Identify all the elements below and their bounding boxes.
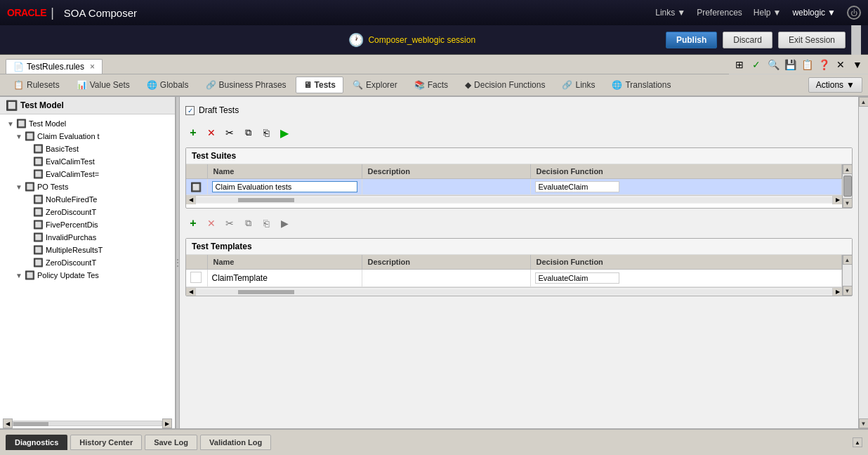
toolbar-save-as-icon[interactable]: 📋 (799, 57, 815, 72)
toolbar-more-icon[interactable]: ▼ (850, 57, 865, 72)
publish-button[interactable]: Publish (666, 32, 717, 48)
test-templates-table-wrapper: Name Description Decision Function (186, 255, 852, 296)
left-panel-title: Test Model (20, 100, 64, 110)
toolbar-close-icon[interactable]: ✕ (833, 57, 848, 72)
suites-vscroll-down[interactable]: ▼ (843, 198, 853, 208)
suite-df-select[interactable]: EvaluateClaim (535, 181, 619, 192)
bottom-tab-history[interactable]: History Center (70, 435, 142, 450)
tmpl-row-icon (190, 272, 202, 283)
help-menu[interactable]: Help ▼ (754, 8, 782, 18)
tree-item-po-tests[interactable]: ▼ 🔲 PO Tests (0, 180, 175, 193)
delete-template-button[interactable]: ✕ (204, 216, 219, 231)
tree-icon-testmodel: 🔲 (16, 119, 27, 128)
main-vscroll-up[interactable]: ▲ (859, 97, 869, 107)
copy-template-button[interactable]: ⧉ (240, 216, 256, 231)
tree-item-claim-eval[interactable]: ▼ 🔲 Claim Evaluation t (0, 130, 175, 143)
tab-business-phrases[interactable]: 🔗 Business Phrases (198, 77, 294, 93)
power-button[interactable] (847, 6, 861, 20)
toolbar-search-icon[interactable]: 🔍 (765, 57, 781, 72)
suites-vscroll-up[interactable]: ▲ (843, 164, 853, 174)
links-menu[interactable]: Links ▼ (655, 8, 685, 18)
tree-item-fivepercent[interactable]: 🔲 FivePercentDis (0, 218, 175, 231)
run-template-button[interactable]: ▶ (277, 216, 292, 231)
tree-item-evalcalim1[interactable]: 🔲 EvalCalimTest (0, 155, 175, 168)
tmpl-df-select[interactable]: EvaluateClaim (535, 272, 619, 284)
file-tab[interactable]: 📄 TestRules.rules × (6, 59, 103, 74)
tab-close-icon[interactable]: × (90, 62, 95, 72)
suites-hscroll-left[interactable]: ◀ (186, 196, 196, 204)
copy-suite-button[interactable]: ⧉ (240, 125, 256, 140)
tab-value-sets[interactable]: 📊 Value Sets (69, 77, 138, 93)
suite-row-icon-cell: 🔲 (186, 179, 207, 195)
exit-session-button[interactable]: Exit Session (778, 32, 846, 48)
suite-desc-input[interactable] (367, 182, 526, 192)
tab-rulesets[interactable]: 📋 Rulesets (6, 77, 67, 93)
session-icon: 🕐 (348, 32, 364, 48)
paste-template-button[interactable]: ⎗ (258, 216, 274, 231)
tree-item-zerodiscount[interactable]: 🔲 ZeroDiscountT (0, 206, 175, 218)
add-suite-button[interactable]: + (185, 125, 201, 140)
paste-suite-button[interactable]: ⎗ (258, 125, 274, 140)
tmpl-df-cell: EvaluateClaim (530, 270, 842, 287)
cut-suite-button[interactable]: ✂ (222, 125, 237, 140)
hscroll-right-btn[interactable]: ▶ (162, 418, 172, 428)
toolbar-checkmark-icon[interactable]: ✓ (749, 57, 764, 72)
tab-tests[interactable]: 🖥 Tests (296, 77, 343, 93)
draft-tests-label: Draft Tests (199, 105, 239, 115)
main-vscroll-track (859, 107, 868, 418)
bottom-tab-validationlog[interactable]: Validation Log (200, 435, 271, 450)
run-suite-button[interactable]: ▶ (277, 125, 292, 140)
tree-item-zerodiscount2[interactable]: 🔲 ZeroDiscountT (0, 256, 175, 269)
tab-globals[interactable]: 🌐 Globals (139, 77, 197, 93)
add-template-button[interactable]: + (185, 216, 201, 231)
tree-item-policy[interactable]: ▼ 🔲 Policy Update Tes (0, 269, 175, 282)
preferences-label: Preferences (697, 8, 742, 18)
actions-button[interactable]: Actions ▼ (808, 77, 862, 93)
links-nav-label: Links (575, 80, 595, 90)
th-suite-name: Name (207, 164, 362, 179)
toolbar-save-icon[interactable]: 💾 (782, 57, 798, 72)
bottom-scroll-up[interactable]: ▲ (853, 437, 862, 447)
tree-item-multiple[interactable]: 🔲 MultipleResultsT (0, 244, 175, 256)
tree-icon-po: 🔲 (25, 182, 35, 192)
tree-item-basictest[interactable]: 🔲 BasicTest (0, 143, 175, 155)
test-suites-table-wrapper: Name Description Decision Function 🔲 (186, 164, 852, 208)
tree-icon-norule: 🔲 (33, 194, 44, 204)
bottom-tab-savelog[interactable]: Save Log (145, 435, 197, 450)
tree-item-invalid[interactable]: 🔲 InvalidPurchas (0, 231, 175, 244)
tree-item-test-model[interactable]: ▼ 🔲 Test Model (0, 117, 175, 130)
app-branding: ORACLE | SOA Composer (7, 6, 137, 20)
hscroll-left-btn[interactable]: ◀ (3, 418, 13, 428)
tab-explorer[interactable]: 🔍 Explorer (345, 77, 405, 93)
toolbar-help-icon[interactable]: ❓ (816, 57, 831, 72)
toolbar-icon-1[interactable]: ⊞ (732, 57, 747, 72)
tab-decision-functions[interactable]: ◆ Decision Functions (457, 77, 553, 93)
tab-facts[interactable]: 📚 Facts (407, 77, 456, 93)
cut-template-button[interactable]: ✂ (222, 216, 237, 231)
discard-button[interactable]: Discard (723, 32, 772, 48)
suites-hscroll-right[interactable]: ▶ (832, 196, 842, 204)
table-row[interactable]: ClaimTemplate EvaluateClaim (186, 270, 842, 287)
suite-name-input[interactable] (212, 181, 357, 192)
file-tab-label: TestRules.rules (27, 62, 84, 72)
templates-hscroll-left[interactable]: ◀ (186, 288, 196, 296)
tree-item-evalcalim2[interactable]: 🔲 EvalCalimTest= (0, 168, 175, 180)
tree-item-norule[interactable]: 🔲 NoRuleFiredTe (0, 193, 175, 206)
session-bar: 🕐 Composer_weblogic session Publish Disc… (0, 25, 868, 55)
tab-links[interactable]: 🔗 Links (554, 77, 603, 93)
main-vscroll-down[interactable]: ▼ (859, 418, 869, 428)
tab-translations[interactable]: 🌐 Translations (604, 77, 678, 93)
preferences-menu[interactable]: Preferences (697, 8, 742, 18)
templates-vscroll-up[interactable]: ▲ (843, 255, 853, 265)
table-row[interactable]: 🔲 (186, 179, 842, 195)
templates-vscroll-down[interactable]: ▼ (843, 286, 853, 296)
draft-tests-checkbox[interactable]: ✓ (185, 106, 195, 115)
user-menu[interactable]: weblogic ▼ (792, 8, 836, 18)
templates-hscroll-right[interactable]: ▶ (832, 288, 842, 296)
bottom-bar: Diagnostics History Center Save Log Vali… (0, 428, 868, 455)
test-suites-header-row: Name Description Decision Function (186, 164, 842, 179)
bottom-tab-diagnostics[interactable]: Diagnostics (6, 435, 67, 450)
links-arrow: ▼ (677, 8, 685, 18)
delete-suite-button[interactable]: ✕ (204, 125, 219, 140)
help-arrow: ▼ (773, 8, 782, 18)
